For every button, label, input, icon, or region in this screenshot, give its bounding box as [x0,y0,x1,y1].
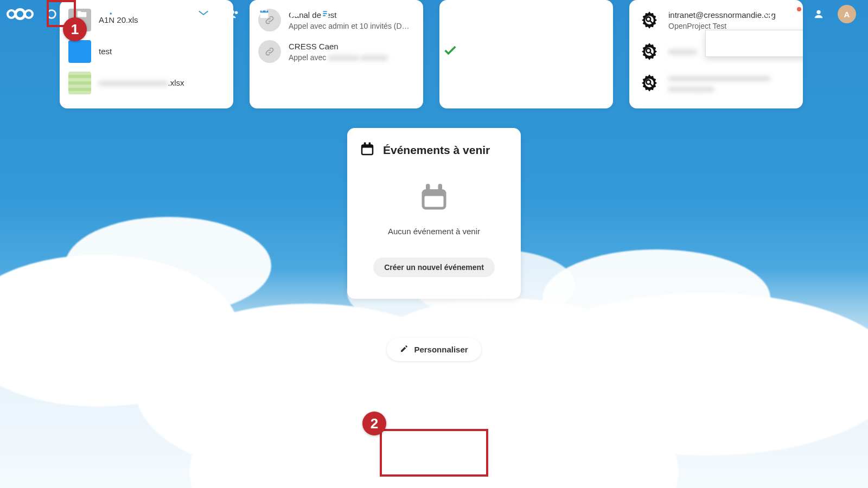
notifications-icon[interactable] [788,8,800,20]
op-title: xxxxxxx [668,46,697,57]
svg-rect-8 [260,11,269,13]
svg-rect-37 [426,184,430,192]
svg-rect-16 [384,11,390,12]
svg-point-6 [235,11,238,15]
contacts-menu-icon[interactable] [813,8,825,20]
svg-rect-33 [364,143,366,146]
svg-point-0 [48,10,56,18]
check-icon [443,43,458,60]
op-sub: xxxxxxxxxxxx [668,85,770,93]
avatar[interactable]: A [838,5,856,23]
tasks-icon[interactable] [380,8,392,20]
list-item[interactable]: test [68,36,225,67]
folder-icon [68,40,91,63]
svg-rect-9 [261,9,263,12]
top-bar: A [0,0,868,28]
svg-point-5 [231,10,234,14]
nextcloud-logo[interactable] [8,8,33,20]
spreadsheet-icon [68,72,91,94]
svg-point-24 [816,10,820,14]
files-icon[interactable] [76,8,88,20]
pencil-icon [400,344,409,355]
calendar-icon [359,141,375,159]
svg-rect-20 [384,17,390,18]
activity-icon[interactable] [137,8,149,20]
avatar-initial: A [844,10,850,19]
events-title: Événements à venir [383,144,490,157]
svg-rect-32 [362,148,372,154]
conversation-title: CRESS Caen [289,41,387,52]
create-event-button[interactable]: Créer un nouvel événement [373,258,495,277]
svg-rect-38 [438,184,443,192]
svg-rect-19 [381,17,384,18]
list-item[interactable]: xxxxxxxxxxxxxxxxx.xlsx [68,67,225,99]
gear-search-icon [638,40,661,63]
notes-icon[interactable] [319,8,331,20]
annotation-box-2 [380,429,488,477]
upcoming-events-card: Événements à venir Aucun événement à ven… [347,128,521,299]
svg-rect-17 [381,14,384,15]
search-icon[interactable] [763,8,775,20]
svg-rect-10 [266,9,267,12]
spreed-icon[interactable] [289,8,301,20]
calendar-icon[interactable] [258,8,270,20]
file-name: test [99,46,112,57]
photos-icon[interactable] [106,8,118,20]
personalize-label: Personnaliser [414,345,468,354]
op-title: xxxxxxxxxxxxxxxxxxxxxxxxx [668,73,770,84]
svg-rect-36 [425,196,444,207]
list-item[interactable]: CRESS Caen Appel avec xxxxxxxx xxxxxxx [258,36,414,67]
svg-point-3 [169,10,176,17]
tooltip [705,30,803,57]
world-icon[interactable] [410,8,422,20]
conversation-sub: Appel avec xxxxxxxx xxxxxxx [289,53,387,62]
svg-rect-14 [358,12,360,18]
contacts-icon[interactable] [228,8,240,20]
file-name: xxxxxxxxxxxxxxxxx.xlsx [99,78,184,88]
svg-point-22 [765,10,771,16]
gear-search-icon [638,72,661,94]
link-icon [258,40,281,63]
app-nav [46,8,422,20]
svg-rect-15 [381,11,384,12]
events-empty-text: Aucun événement à venir [359,227,509,236]
svg-rect-13 [354,11,356,18]
mail-icon[interactable] [197,8,209,20]
svg-rect-1 [108,11,117,18]
svg-rect-18 [384,14,390,15]
dashboard-icon[interactable] [46,8,58,20]
calendar-empty-icon [418,181,450,214]
personalize-button[interactable]: Personnaliser [387,338,481,361]
annotation-badge-2: 2 [362,412,386,435]
talk-icon[interactable] [167,8,179,20]
svg-point-23 [793,17,795,19]
svg-point-2 [110,12,112,15]
analytics-icon[interactable] [349,8,361,20]
list-item[interactable]: xxxxxxxxxxxxxxxxxxxxxxxxx xxxxxxxxxxxx [638,67,794,99]
svg-rect-12 [352,14,354,18]
svg-rect-34 [369,143,371,146]
